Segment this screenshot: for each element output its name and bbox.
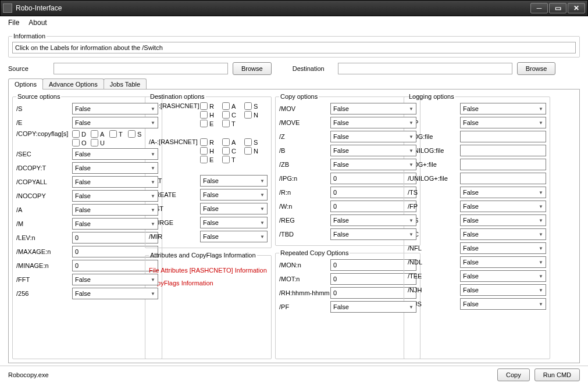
combo-a[interactable]: False — [72, 204, 158, 216]
aplus-checkbox-r[interactable] — [200, 102, 208, 110]
copyflag-check-t[interactable]: T — [109, 130, 126, 138]
aplus-check-h[interactable]: H — [200, 111, 220, 119]
aplus-check-c[interactable]: C — [222, 111, 242, 119]
aplus-check-e[interactable]: E — [200, 120, 220, 127]
combo-reg[interactable]: False — [330, 214, 416, 226]
lbl-ipg[interactable]: /IPG:n — [279, 175, 330, 182]
lbl-pf[interactable]: /PF — [279, 303, 330, 310]
lbl-a[interactable]: /A — [16, 206, 72, 213]
aminus-checkbox-r[interactable] — [200, 138, 208, 146]
lbl-m[interactable]: /M — [16, 220, 72, 227]
tab-options[interactable]: Options — [8, 78, 43, 90]
copyflag-checkbox-d[interactable] — [72, 130, 80, 138]
aminus-checkbox-e[interactable] — [200, 156, 208, 163]
combo-e[interactable]: False — [72, 117, 158, 128]
lbl-fp[interactable]: /FP — [408, 203, 460, 210]
aminus-checkbox-n[interactable] — [244, 147, 252, 155]
copyflag-checkbox-t[interactable] — [109, 130, 117, 138]
combo-nfl[interactable]: False — [460, 242, 546, 254]
combo-l[interactable]: False — [460, 103, 546, 114]
aminus-check-h[interactable]: H — [200, 147, 220, 155]
combo-m[interactable]: False — [72, 218, 158, 230]
combo-b[interactable]: False — [330, 145, 416, 156]
lbl-w[interactable]: /W:n — [279, 203, 330, 210]
lbl-ts[interactable]: /TS — [408, 189, 460, 196]
copyflag-check-o[interactable]: O — [72, 139, 88, 146]
combo-move[interactable]: False — [330, 117, 416, 128]
lbl-fft[interactable]: /FFT — [16, 276, 72, 283]
lbl-z[interactable]: /Z — [279, 133, 330, 140]
combo-create[interactable]: False — [200, 189, 268, 201]
combo-njs[interactable]: False — [460, 298, 546, 310]
aminus-checkbox-c[interactable] — [222, 147, 230, 155]
lbl-ndl[interactable]: /NDL — [408, 259, 460, 266]
aminus-check-n[interactable]: N — [244, 147, 264, 155]
combo-fp[interactable]: False — [460, 201, 546, 212]
menu-about[interactable]: About — [28, 19, 47, 27]
combo-256[interactable]: False — [72, 288, 158, 299]
combo-pf[interactable]: False — [330, 301, 416, 313]
combo-nc[interactable]: False — [460, 228, 546, 240]
destination-input[interactable] — [338, 63, 512, 74]
aplus-check-r[interactable]: R — [200, 102, 220, 110]
aplus-checkbox-n[interactable] — [244, 111, 252, 119]
combo-dst[interactable]: False — [200, 203, 268, 214]
aplus-checkbox-e[interactable] — [200, 120, 208, 127]
copyflag-checkbox-u[interactable] — [91, 139, 98, 146]
combo-ndl[interactable]: False — [460, 256, 546, 268]
lbl-njh[interactable]: /NJH — [408, 287, 460, 293]
run-cmd-button[interactable]: Run CMD — [534, 368, 580, 381]
aplus-check-t[interactable]: T — [222, 120, 242, 127]
maximize-button[interactable]: ▭ — [549, 3, 566, 13]
lbl-nocopy[interactable]: /NOCOPY — [16, 192, 72, 199]
combo-tbd[interactable]: False — [330, 228, 416, 240]
combo-purge[interactable]: False — [200, 217, 268, 228]
lbl-r[interactable]: /R:n — [279, 189, 330, 196]
aminus-checkbox-t[interactable] — [222, 156, 230, 163]
combo-s[interactable]: False — [72, 103, 158, 114]
lbl-zb[interactable]: /ZB — [279, 161, 330, 168]
copyflag-check-d[interactable]: D — [72, 130, 88, 138]
copyflag-check-s[interactable]: S — [128, 130, 144, 138]
lbl-mov[interactable]: /MOV — [279, 105, 330, 112]
combo-njh[interactable]: False — [460, 284, 546, 296]
aplus-check-a[interactable]: A — [222, 102, 242, 110]
aminus-checkbox-s[interactable] — [244, 138, 252, 146]
lbl-move[interactable]: /MOVE — [279, 119, 330, 126]
input-unilog[interactable] — [460, 145, 546, 156]
aminus-check-a[interactable]: A — [222, 138, 242, 146]
input-log[interactable] — [460, 131, 546, 142]
copyflag-check-a[interactable]: A — [91, 130, 107, 138]
lbl-minage[interactable]: /MINAGE:n — [16, 262, 72, 269]
destination-browse-button[interactable]: Browse — [517, 62, 556, 75]
tab-advance-options[interactable]: Advance Options — [42, 78, 104, 90]
combo-np[interactable]: False — [460, 117, 546, 128]
lbl-unilogp[interactable]: /UNILOG+:file — [408, 175, 460, 182]
copyflag-check-u[interactable]: U — [91, 139, 107, 146]
lbl-256[interactable]: /256 — [16, 290, 72, 297]
minimize-button[interactable]: ─ — [530, 3, 548, 13]
aplus-checkbox-s[interactable] — [244, 102, 252, 110]
lbl-tbd[interactable]: /TBD — [279, 231, 330, 238]
aplus-checkbox-a[interactable] — [222, 102, 230, 110]
lbl-copy[interactable]: /COPY:copyflag[s] — [16, 130, 72, 137]
copy-button[interactable]: Copy — [497, 368, 530, 381]
input-logp[interactable] — [460, 159, 546, 170]
combo-sec[interactable]: False — [72, 148, 158, 160]
copyflag-checkbox-a[interactable] — [91, 130, 98, 138]
combo-tee[interactable]: False — [460, 270, 546, 282]
copyflag-checkbox-o[interactable] — [72, 139, 80, 146]
lbl-e[interactable]: /E — [16, 119, 72, 126]
aplus-check-n[interactable]: N — [244, 111, 264, 119]
source-browse-button[interactable]: Browse — [233, 62, 272, 75]
aminus-check-c[interactable]: C — [222, 147, 242, 155]
lbl-mir[interactable]: /MIR — [149, 233, 200, 240]
combo-ts[interactable]: False — [460, 187, 546, 198]
combo-copyall[interactable]: False — [72, 176, 158, 188]
aplus-checkbox-t[interactable] — [222, 120, 230, 127]
aminus-check-s[interactable]: S — [244, 138, 264, 146]
source-input[interactable] — [54, 63, 228, 74]
aminus-check-e[interactable]: E — [200, 156, 220, 163]
lbl-sec[interactable]: /SEC — [16, 151, 72, 158]
lbl-dcopy[interactable]: /DCOPY:T — [16, 164, 72, 171]
